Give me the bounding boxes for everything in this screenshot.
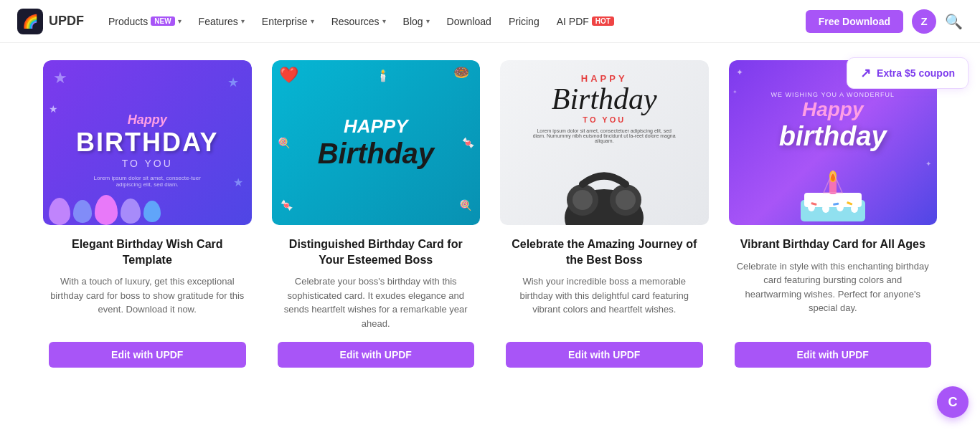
nav-label-enterprise: Enterprise: [262, 16, 308, 27]
nav-label-products: Products: [108, 16, 148, 27]
card1-to-you: TO YOU: [122, 158, 173, 169]
deco-candy2: 🍭: [459, 199, 471, 211]
edit-button-1[interactable]: Edit with UPDF: [49, 342, 246, 368]
chevron-down-icon: ▾: [241, 17, 245, 25]
deco-candle: 🕯️: [376, 69, 390, 82]
card3-birthday: Birthday: [552, 84, 657, 114]
navigation: 🌈 UPDF Products NEW ▾ Features ▾ Enterpr…: [0, 0, 980, 43]
headphone-svg: [547, 161, 661, 225]
svg-point-8: [822, 204, 829, 213]
edit-button-2[interactable]: Edit with UPDF: [278, 342, 475, 368]
card-title-4: Vibrant Birthday Card for All Ages: [735, 236, 932, 252]
card-desc-2: Celebrate your boss's birthday with this…: [278, 274, 475, 330]
chevron-down-icon: ▾: [311, 17, 314, 25]
nav-badge-new: NEW: [151, 16, 174, 26]
logo[interactable]: 🌈 UPDF: [17, 9, 84, 34]
card-title-2: Distinguished Birthday Card for Your Est…: [278, 236, 475, 267]
card-content-2: Distinguished Birthday Card for Your Est…: [272, 225, 481, 376]
main-content: ★ ★ ★ ★ Happy BIRTHDAY TO YOU Lorem ipsu…: [0, 43, 980, 405]
card-title-3: Celebrate the Amazing Journey of the Bes…: [506, 236, 703, 267]
card4-birthday: birthday: [779, 121, 887, 152]
card2-birthday: Birthday: [318, 138, 434, 170]
card2-happy: HAPPY: [344, 115, 408, 138]
nav-item-products[interactable]: Products NEW ▾: [101, 11, 189, 32]
svg-point-10: [851, 204, 858, 213]
card1-happy: Happy: [128, 113, 167, 128]
svg-point-3: [573, 190, 593, 210]
card1-birthday: BIRTHDAY: [76, 128, 219, 158]
nav-item-pricing[interactable]: Pricing: [501, 11, 547, 32]
card3-body: Lorem ipsum dolor sit amet, consectetuer…: [532, 128, 676, 143]
logo-icon: 🌈: [17, 9, 43, 34]
nav-badge-hot: HOT: [592, 16, 614, 26]
card-3: HAPPY Birthday TO YOU Lorem ipsum dolor …: [500, 60, 709, 376]
card-1: ★ ★ ★ ★ Happy BIRTHDAY TO YOU Lorem ipsu…: [43, 60, 252, 376]
card-content-1: Elegant Birthday Wish Card Template With…: [43, 225, 252, 376]
card-desc-3: Wish your incredible boss a memorable bi…: [506, 274, 703, 330]
card-desc-4: Celebrate in style with this enchanting …: [735, 259, 932, 331]
nav-item-blog[interactable]: Blog ▾: [396, 11, 437, 32]
card1-body: Lorem ipsum dolor sit amet, consecte-tue…: [86, 175, 208, 188]
card-image-3: HAPPY Birthday TO YOU Lorem ipsum dolor …: [500, 60, 709, 225]
card-image-2: ❤️ 🍩 🕯️ 🍬 🍭 🍭 🍬 HAPPY Birthday: [272, 60, 481, 225]
nav-items: Products NEW ▾ Features ▾ Enterprise ▾ R…: [101, 11, 806, 32]
free-download-button[interactable]: Free Download: [806, 10, 903, 33]
coupon-banner[interactable]: ↗ Extra $5 coupon: [847, 57, 969, 89]
logo-text: UPDF: [49, 14, 84, 29]
nav-item-features[interactable]: Features ▾: [192, 11, 252, 32]
nav-label-resources: Resources: [331, 16, 380, 27]
nav-label-pricing: Pricing: [509, 16, 540, 27]
card3-to-you: TO YOU: [583, 115, 626, 124]
card-desc-1: With a touch of luxury, get this excepti…: [49, 274, 246, 330]
cake-svg: [793, 168, 872, 225]
nav-right: Free Download Z 🔍: [806, 9, 963, 34]
card4-wishing: WE WISHING YOU A WONDERFUL: [771, 91, 895, 98]
edit-button-4[interactable]: Edit with UPDF: [735, 342, 932, 368]
search-icon[interactable]: 🔍: [945, 13, 963, 30]
nav-label-download: Download: [447, 16, 491, 27]
coupon-icon: ↗: [860, 65, 871, 81]
nav-item-ai-pdf[interactable]: AI PDF HOT: [550, 11, 621, 32]
edit-button-3[interactable]: Edit with UPDF: [506, 342, 703, 368]
nav-label-blog: Blog: [403, 16, 423, 27]
deco-heart: ❤️: [279, 66, 298, 85]
card-content-3: Celebrate the Amazing Journey of the Bes…: [500, 225, 709, 376]
card-image-1: ★ ★ ★ ★ Happy BIRTHDAY TO YOU Lorem ipsu…: [43, 60, 252, 225]
deco-candy3: 🍬: [462, 137, 474, 148]
nav-label-features: Features: [199, 16, 238, 27]
card4-happy: Happy: [802, 98, 864, 121]
chevron-down-icon: ▾: [178, 17, 182, 25]
deco-candy: 🍬: [281, 199, 293, 211]
chevron-down-icon: ▾: [382, 17, 386, 25]
nav-label-ai-pdf: AI PDF: [557, 16, 589, 27]
avatar[interactable]: Z: [912, 9, 936, 34]
card-content-4: Vibrant Birthday Card for All Ages Celeb…: [729, 225, 938, 376]
card-title-1: Elegant Birthday Wish Card Template: [49, 236, 246, 267]
nav-item-download[interactable]: Download: [440, 11, 499, 32]
nav-item-enterprise[interactable]: Enterprise ▾: [255, 11, 321, 32]
svg-point-4: [616, 190, 636, 210]
cards-grid: ★ ★ ★ ★ Happy BIRTHDAY TO YOU Lorem ipsu…: [43, 60, 937, 376]
deco-donut: 🍩: [453, 64, 469, 80]
nav-item-resources[interactable]: Resources ▾: [324, 11, 393, 32]
coupon-text: Extra $5 coupon: [877, 67, 955, 79]
card-2: ❤️ 🍩 🕯️ 🍬 🍭 🍭 🍬 HAPPY Birthday Distingui…: [272, 60, 481, 376]
chevron-down-icon: ▾: [426, 17, 430, 25]
deco-lollipop: 🍭: [278, 137, 290, 148]
card-4: ✦ ✦ ✦ ✦ WE WISHING YOU A WONDERFUL Happy…: [729, 60, 938, 376]
